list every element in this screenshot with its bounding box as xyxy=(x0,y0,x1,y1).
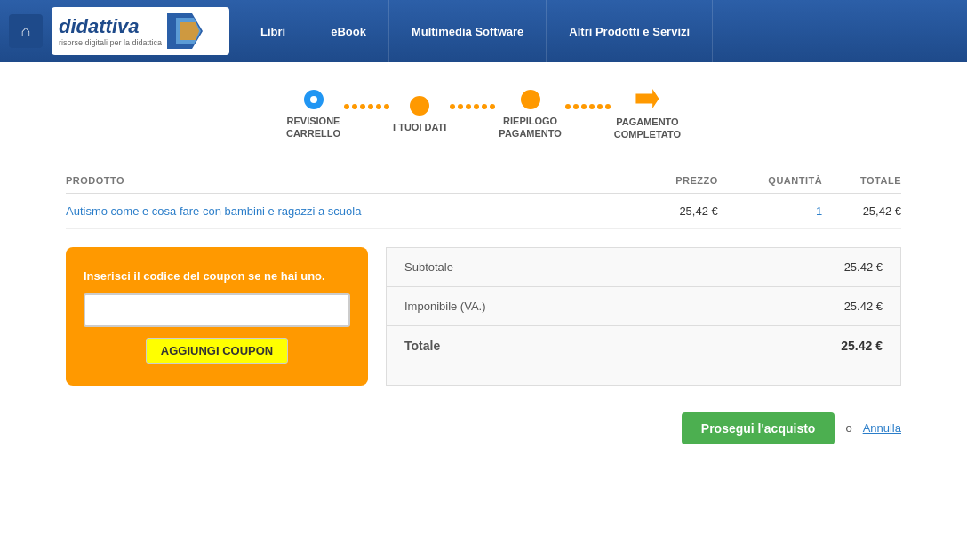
cancel-link[interactable]: Annulla xyxy=(863,421,901,435)
subtotal-label: Subtotale xyxy=(404,260,453,274)
step-circle-tuoi-dati xyxy=(410,96,429,116)
table-row: Autismo come e cosa fare con bambini e r… xyxy=(66,193,901,228)
coupon-box: Inserisci il codice del coupon se ne hai… xyxy=(66,247,368,386)
step-label-tuoi-dati: I TUOI DATI xyxy=(393,121,446,133)
svg-marker-2 xyxy=(180,22,199,40)
nav-ebook[interactable]: eBook xyxy=(308,0,389,62)
product-table: PRODOTTO PREZZO QUANTITÀ TOTALE Autismo … xyxy=(66,168,901,229)
summary-subtotal-row: Subtotale 25.42 € xyxy=(387,248,900,287)
step-label-revisione: REVISIONECARRELLO xyxy=(286,115,340,140)
totale-label: Totale xyxy=(404,339,440,353)
imponibile-label: Imponibile (VA.) xyxy=(404,300,486,313)
main-content: PRODOTTO PREZZO QUANTITÀ TOTALE Autismo … xyxy=(48,159,919,480)
svg-point-3 xyxy=(310,96,317,103)
summary-imponibile-row: Imponibile (VA.) 25.42 € xyxy=(387,287,900,326)
step-label-completato: PAGAMENTOCOMPLETATO xyxy=(614,116,681,141)
summary-total-row: Totale 25.42 € xyxy=(387,326,900,365)
main-nav: Libri eBook Multimedia Software Altri Pr… xyxy=(238,0,958,62)
product-link[interactable]: Autismo come e cosa fare con bambini e r… xyxy=(66,204,361,218)
product-total: 25,42 € xyxy=(822,193,901,228)
home-icon: ⌂ xyxy=(21,22,31,41)
step-tuoi-dati: I TUOI DATI xyxy=(393,96,446,133)
step-dots-3 xyxy=(565,104,611,125)
nav-altri[interactable]: Altri Prodotti e Servizi xyxy=(547,0,713,62)
logo-tagline: risorse digitali per la didattica xyxy=(59,38,162,47)
nav-multimedia[interactable]: Multimedia Software xyxy=(389,0,547,62)
step-completato: PAGAMENTOCOMPLETATO xyxy=(614,89,681,141)
order-summary: Subtotale 25.42 € Imponibile (VA.) 25.42… xyxy=(386,247,901,386)
action-row: Prosegui l'acquisto o Annulla xyxy=(66,412,901,462)
totale-value: 25.42 € xyxy=(841,339,883,353)
home-button[interactable]: ⌂ xyxy=(9,14,43,48)
step-circle-riepilogo xyxy=(521,90,540,109)
subtotal-value: 25.42 € xyxy=(844,260,883,274)
step-dots-1 xyxy=(344,104,389,125)
step-dots-2 xyxy=(450,104,495,125)
imponibile-value: 25.42 € xyxy=(844,300,883,313)
col-header-quantita: QUANTITÀ xyxy=(718,168,822,194)
coupon-label: Inserisci il codice del coupon se ne hai… xyxy=(84,269,350,283)
bottom-section: Inserisci il codice del coupon se ne hai… xyxy=(66,247,901,386)
step-label-riepilogo: RIEPILOGOPAGAMENTO xyxy=(499,115,562,140)
col-header-prodotto: PRODOTTO xyxy=(66,168,636,194)
product-quantity[interactable]: 1 xyxy=(816,204,822,218)
step-arrow-completato xyxy=(635,89,659,108)
step-circle-revisione xyxy=(304,90,324,109)
nav-libri[interactable]: Libri xyxy=(238,0,308,62)
col-header-prezzo: PREZZO xyxy=(636,168,718,194)
header: ⌂ didattiva risorse digitali per la dida… xyxy=(0,0,967,62)
logo-brand: didattiva xyxy=(59,15,162,38)
col-header-totale: TOTALE xyxy=(822,168,901,194)
logo-triangle-icon xyxy=(167,13,203,49)
step-revisione: REVISIONECARRELLO xyxy=(286,90,340,140)
checkout-steps: REVISIONECARRELLO I TUOI DATI RIEPILOGOP… xyxy=(0,62,967,159)
coupon-input[interactable] xyxy=(84,293,350,327)
or-text: o xyxy=(845,421,851,435)
step-riepilogo: RIEPILOGOPAGAMENTO xyxy=(499,90,562,140)
logo-area: didattiva risorse digitali per la didatt… xyxy=(52,7,229,55)
product-price: 25,42 € xyxy=(636,193,718,228)
coupon-button[interactable]: AGGIUNGI COUPON xyxy=(146,338,288,364)
proceed-button[interactable]: Prosegui l'acquisto xyxy=(682,412,835,444)
